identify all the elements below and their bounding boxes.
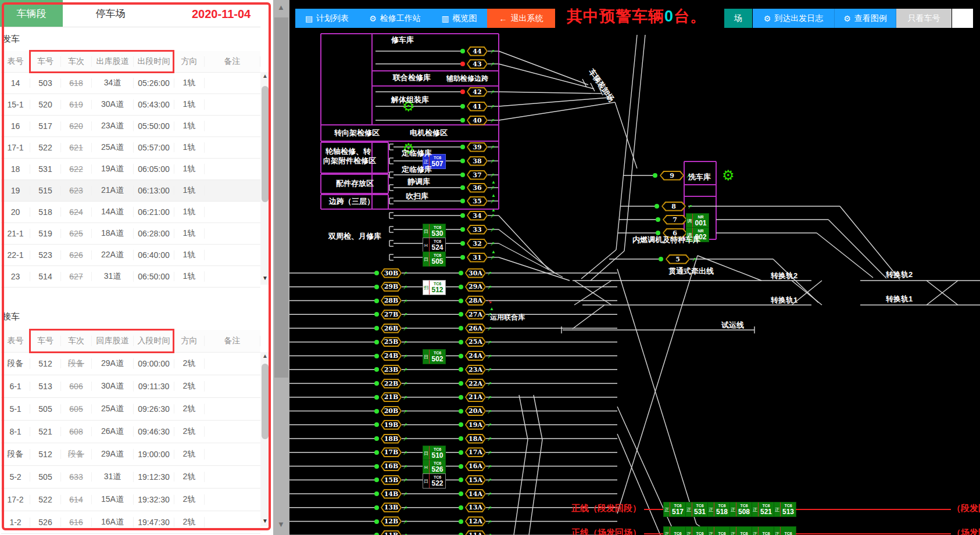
track-badge-13B[interactable]: 13B: [381, 502, 402, 512]
track-badge-21A[interactable]: 21A: [465, 392, 486, 402]
train-box-502[interactable]: 日TC6502: [423, 349, 446, 364]
track-badge-44[interactable]: 44: [467, 46, 488, 56]
track-badge-29A[interactable]: 29A: [465, 282, 486, 292]
track-badge-5[interactable]: 5: [666, 254, 690, 264]
track-badge-23A[interactable]: 23A: [465, 365, 486, 375]
scroll-up-icon[interactable]: ▲: [262, 73, 268, 79]
track-badge-9[interactable]: 9: [660, 171, 684, 181]
tab-parking-lot[interactable]: 停车场: [63, 0, 158, 27]
track-badge-26A[interactable]: 26A: [465, 324, 486, 333]
table-row[interactable]: 21-151962518A道06:28:001轨: [1, 223, 260, 245]
track-badge-11A[interactable]: 11A: [465, 530, 486, 535]
track-badge-31[interactable]: 31: [467, 253, 488, 263]
track-badge-16A[interactable]: 16A: [465, 461, 486, 471]
mainline-train-box-r1c3[interactable]: 正TC6: [729, 526, 752, 535]
track-badge-28B[interactable]: 28B: [381, 296, 402, 306]
track-badge-35[interactable]: 35: [467, 196, 488, 206]
panel-outer-scrollbar[interactable]: ▲ ▼: [273, 0, 289, 535]
track-badge-24A[interactable]: 24A: [465, 351, 486, 361]
table-row[interactable]: 1-252661616A道19:47:302轨: [1, 511, 260, 534]
mainline-train-box-r1c0[interactable]: 正TC6: [663, 526, 686, 535]
mainline-train-box-518[interactable]: 正TC6518: [707, 502, 730, 517]
table-row[interactable]: 1450361834道05:26:001轨: [1, 73, 260, 94]
track-badge-19B[interactable]: 19B: [381, 420, 402, 430]
track-badge-29B[interactable]: 29B: [381, 282, 402, 292]
gear-status-icon[interactable]: ⚙: [722, 168, 735, 182]
table-row[interactable]: 6-151360630A道09:11:302轨: [1, 375, 260, 398]
track-badge-30A[interactable]: 30A: [465, 268, 486, 278]
table-row[interactable]: 17-252261415A道19:32:302轨: [1, 489, 260, 511]
table-row[interactable]: 段备512段备29A道09:00:002轨: [1, 353, 260, 375]
table-row[interactable]: 段备512段备29A道19:00:002轨: [1, 443, 260, 466]
scroll-down-icon[interactable]: ▼: [262, 275, 268, 281]
mainline-train-box-521[interactable]: 正TC6521: [752, 502, 774, 517]
track-badge-34[interactable]: 34: [467, 211, 488, 221]
arrive-table-scrollbar[interactable]: ▲ ▼: [260, 352, 270, 526]
track-badge-11B[interactable]: 11B: [381, 530, 402, 535]
overview-map-button[interactable]: ▥概览图: [431, 9, 488, 28]
track-badge-23B[interactable]: 23B: [381, 365, 402, 375]
plan-list-button[interactable]: ▤计划列表: [295, 9, 359, 28]
mainline-train-box-508[interactable]: 正TC6508: [729, 502, 752, 517]
repair-workstation-button[interactable]: ⚙检修工作站: [359, 9, 432, 28]
table-row[interactable]: 1853162219A道06:05:001轨: [1, 159, 260, 180]
track-badge-18B[interactable]: 18B: [381, 434, 402, 444]
table-row[interactable]: 5-250563331道19:12:302轨: [1, 466, 260, 489]
track-badge-16B[interactable]: 16B: [381, 461, 402, 471]
track-badge-38[interactable]: 38: [467, 156, 488, 166]
track-badge-15B[interactable]: 15B: [381, 475, 402, 485]
scroll-down-icon[interactable]: ▼: [262, 518, 268, 524]
table-row[interactable]: 1951562321A道06:13:001轨: [1, 180, 260, 202]
table-row[interactable]: 8-152160826A道09:46:302轨: [1, 421, 260, 443]
train-box-512[interactable]: 扫TC6512: [423, 280, 446, 295]
track-badge-27A[interactable]: 27A: [465, 310, 486, 319]
table-row[interactable]: 1651762023A道05:50:001轨: [1, 116, 260, 137]
track-badge-25B[interactable]: 25B: [381, 337, 402, 347]
track-badge-17B[interactable]: 17B: [381, 447, 402, 457]
scroll-up-icon[interactable]: ▲: [277, 5, 285, 10]
mainline-train-box-r1c4[interactable]: 正TC6: [752, 526, 774, 535]
track-badge-22A[interactable]: 22A: [465, 379, 486, 389]
track-badge-33[interactable]: 33: [467, 225, 488, 235]
mainline-train-box-531[interactable]: 正TC6531: [685, 502, 708, 517]
track-badge-19A[interactable]: 19A: [465, 420, 486, 430]
track-badge-17A[interactable]: 17A: [465, 447, 486, 457]
mainline-train-box-517[interactable]: 正TC6517: [663, 502, 686, 517]
mainline-train-box-513[interactable]: 正TC6513: [774, 502, 796, 517]
table-row[interactable]: 15-152061930A道05:43:001轨: [1, 94, 260, 116]
track-badge-32[interactable]: 32: [467, 239, 488, 249]
yard-button[interactable]: 场: [724, 9, 752, 28]
track-badge-12B[interactable]: 12B: [381, 516, 402, 526]
track-badge-42[interactable]: 42: [467, 87, 488, 97]
track-badge-40[interactable]: 40: [467, 116, 488, 125]
scroll-down-icon[interactable]: ▼: [277, 522, 285, 527]
train-box-001[interactable]: 调NR001: [686, 213, 709, 228]
table-row[interactable]: 2351462731道06:50:001轨: [1, 266, 260, 288]
view-legend-button[interactable]: ⚙查看图例: [835, 9, 896, 28]
track-badge-14B[interactable]: 14B: [381, 489, 402, 499]
train-box-522[interactable]: 日TC6522: [423, 473, 446, 489]
scrollbar-thumb[interactable]: [274, 17, 288, 378]
track-badge-21B[interactable]: 21B: [381, 392, 402, 402]
track-badge-25A[interactable]: 25A: [465, 337, 486, 347]
scrollbar-thumb[interactable]: [262, 364, 269, 439]
track-badge-8[interactable]: 8: [661, 202, 686, 211]
track-badge-14A[interactable]: 14A: [465, 489, 486, 499]
track-badge-26B[interactable]: 26B: [381, 324, 402, 333]
train-box-505[interactable]: 日TC6505: [423, 252, 446, 267]
table-row[interactable]: 22-152362622A道06:40:001轨: [1, 245, 260, 266]
mainline-train-box-r1c2[interactable]: 正TC6: [707, 526, 730, 535]
track-badge-41[interactable]: 41: [467, 102, 488, 112]
track-badge-28A[interactable]: 28A: [465, 296, 486, 306]
track-badge-36[interactable]: 36: [467, 183, 488, 193]
tab-depot[interactable]: 车辆段: [0, 0, 63, 27]
track-badge-20A[interactable]: 20A: [465, 406, 486, 416]
track-badge-15A[interactable]: 15A: [465, 475, 486, 485]
track-badge-12A[interactable]: 12A: [465, 516, 486, 526]
train-box-530[interactable]: 日TC6530: [423, 224, 446, 239]
track-badge-43[interactable]: 43: [467, 59, 488, 69]
table-row[interactable]: 17-152262125A道05:57:001轨: [1, 137, 260, 159]
table-row[interactable]: 2051862414A道06:21:001轨: [1, 202, 260, 223]
depart-table-scrollbar[interactable]: ▲ ▼: [260, 72, 270, 285]
blank-button[interactable]: [952, 9, 973, 28]
